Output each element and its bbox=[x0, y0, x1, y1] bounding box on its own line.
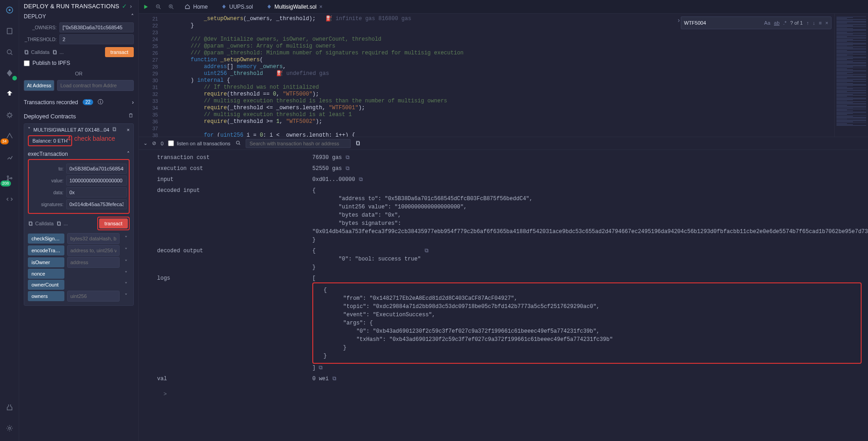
expand-icon[interactable]: › bbox=[132, 99, 134, 106]
zoom-out-icon[interactable] bbox=[155, 4, 162, 10]
fn-input-checkSignatu[interactable] bbox=[67, 233, 120, 244]
chevron-down-icon[interactable]: ˅ bbox=[122, 235, 130, 242]
exec-transact-button[interactable]: transact bbox=[99, 218, 128, 228]
trash-icon[interactable] bbox=[128, 112, 134, 120]
tab-home[interactable]: Home bbox=[181, 2, 211, 12]
terminal-output[interactable]: transaction cost 76930 gas⧉ execution co… bbox=[139, 150, 868, 441]
term-copy-icon[interactable] bbox=[355, 140, 361, 147]
svg-point-8 bbox=[8, 427, 11, 430]
find-box[interactable]: WTF5004 Aa ab .* ? of 1 ↑ ↓ ≡ × bbox=[681, 16, 831, 29]
owners-input[interactable] bbox=[59, 22, 134, 32]
find-word-icon[interactable]: ab bbox=[774, 20, 779, 26]
value-input[interactable] bbox=[66, 175, 127, 186]
deploy-transact-button[interactable]: transact bbox=[105, 47, 134, 57]
fn-button-isOwner[interactable]: isOwner bbox=[28, 257, 64, 267]
params2-button[interactable]: ... bbox=[56, 221, 68, 226]
chevron-down-icon[interactable]: ˅ bbox=[122, 293, 130, 299]
contract-name: MULTISIGWALLET AT 0X148...04 bbox=[33, 127, 109, 133]
svg-point-1 bbox=[8, 9, 11, 11]
excost-key: execution cost bbox=[157, 165, 299, 173]
terminal-prompt[interactable]: > bbox=[157, 390, 862, 398]
input-val: 0xd01...00000 bbox=[312, 175, 355, 184]
fn-button-checkSignatu[interactable]: checkSignatu bbox=[28, 234, 64, 244]
find-chevron-icon[interactable]: › bbox=[678, 16, 680, 24]
line-gutter: 212223242526272829303132333435363738 bbox=[139, 14, 163, 137]
copy-icon[interactable]: ⧉ bbox=[425, 247, 429, 255]
to-input[interactable] bbox=[66, 164, 127, 174]
copy-icon[interactable]: ⧉ bbox=[319, 365, 323, 371]
at-address-button[interactable]: At Address bbox=[24, 80, 54, 91]
scripts-icon[interactable] bbox=[3, 193, 16, 206]
close-contract-icon[interactable]: × bbox=[127, 127, 130, 133]
run-icon[interactable] bbox=[142, 4, 149, 10]
calldata2-button[interactable]: Calldata bbox=[28, 221, 53, 226]
file-explorer-icon[interactable] bbox=[3, 25, 16, 37]
deploy-icon[interactable] bbox=[3, 88, 16, 101]
txcost-val: 76930 gas bbox=[312, 154, 342, 162]
txcost-key: transaction cost bbox=[157, 154, 299, 162]
val-val: 0 wei bbox=[312, 375, 329, 383]
params-button[interactable]: ... bbox=[52, 49, 63, 55]
publish-ipfs-checkbox[interactable]: Publish to IPFS bbox=[24, 60, 134, 66]
term-collapse-icon[interactable]: ⌄ bbox=[143, 140, 147, 146]
fn-button-encodeTransa[interactable]: encodeTransa bbox=[28, 245, 64, 255]
data-input[interactable] bbox=[66, 187, 127, 197]
svg-rect-2 bbox=[7, 28, 12, 34]
copy-icon[interactable]: ⧉ bbox=[359, 175, 363, 184]
fn-collapse-icon[interactable]: ˄ bbox=[127, 151, 130, 157]
chevron-down-icon[interactable]: ˅ bbox=[122, 271, 130, 277]
copy-icon[interactable]: ⧉ bbox=[332, 375, 337, 383]
copy-icon[interactable]: ⧉ bbox=[346, 165, 350, 173]
signatures-input[interactable] bbox=[66, 199, 127, 209]
unittest-icon[interactable]: 34 bbox=[3, 130, 16, 143]
analysis-icon[interactable] bbox=[3, 151, 16, 164]
collapse-icon[interactable]: ˄ bbox=[131, 13, 134, 20]
fn-input-owners[interactable] bbox=[67, 291, 120, 302]
chevron-down-icon[interactable]: ˅ bbox=[122, 247, 130, 254]
zoom-in-icon[interactable] bbox=[168, 4, 174, 10]
calldata-button[interactable]: Calldata bbox=[24, 49, 49, 55]
copy-icon[interactable]: ⧉ bbox=[346, 154, 350, 162]
find-close-icon[interactable]: × bbox=[826, 20, 828, 26]
tab-multisig[interactable]: MultisigWallet.sol× bbox=[263, 2, 326, 12]
unittest-badge: 34 bbox=[0, 138, 9, 144]
at-address-input[interactable] bbox=[57, 80, 134, 91]
find-list-icon[interactable]: ≡ bbox=[819, 20, 821, 26]
tab-uups[interactable]: UUPS.sol bbox=[218, 2, 257, 12]
fn-input-isOwner[interactable] bbox=[67, 257, 120, 268]
term-search-icon[interactable] bbox=[235, 140, 241, 147]
search-icon[interactable] bbox=[3, 46, 16, 58]
settings-icon[interactable] bbox=[3, 422, 16, 435]
fn-button-owners[interactable]: owners bbox=[28, 291, 64, 301]
find-case-icon[interactable]: Aa bbox=[764, 20, 770, 26]
info-icon[interactable]: ⓘ bbox=[98, 98, 103, 106]
chevron-down-icon[interactable]: ˅ bbox=[122, 282, 130, 288]
compiler-icon[interactable] bbox=[3, 67, 16, 80]
chevron-down-icon[interactable]: ˅ bbox=[122, 259, 130, 266]
plugin-icon[interactable] bbox=[3, 401, 16, 414]
listen-all-checkbox[interactable]: listen on all transactions bbox=[168, 140, 230, 146]
copy-address-icon[interactable] bbox=[112, 127, 117, 133]
logo-icon[interactable] bbox=[3, 4, 16, 16]
fn-input-encodeTransa[interactable] bbox=[67, 245, 120, 256]
code-area[interactable]: _setupOwners(_owners, _threshold); ⛽ inf… bbox=[163, 14, 834, 137]
git-icon[interactable]: 208 bbox=[3, 172, 16, 185]
left-icon-strip: 34 208 bbox=[0, 0, 19, 441]
threshold-input[interactable] bbox=[59, 34, 134, 44]
collapse-contract-icon[interactable]: ˅ bbox=[28, 127, 31, 133]
find-prev-icon[interactable]: ↑ bbox=[806, 20, 809, 26]
code-editor[interactable]: 212223242526272829303132333435363738 _se… bbox=[139, 14, 868, 137]
minimap[interactable] bbox=[834, 14, 868, 137]
find-next-icon[interactable]: ↓ bbox=[813, 20, 815, 26]
find-regex-icon[interactable]: .* bbox=[783, 20, 786, 26]
fn-button-nonce[interactable]: nonce bbox=[28, 269, 64, 279]
close-tab-icon[interactable]: × bbox=[319, 4, 322, 10]
fn-button-ownerCount[interactable]: ownerCount bbox=[28, 280, 64, 290]
tx-count-badge: 22 bbox=[83, 99, 93, 105]
debugger-icon[interactable] bbox=[3, 109, 16, 122]
term-search-input[interactable] bbox=[246, 139, 351, 148]
term-clear-icon[interactable]: ⊘ bbox=[152, 140, 156, 146]
value-label: value: bbox=[31, 178, 63, 183]
tx-recorded-label: Transactions recorded bbox=[24, 99, 78, 106]
decoutput-val: { "0": "bool: success true" } bbox=[312, 247, 421, 271]
